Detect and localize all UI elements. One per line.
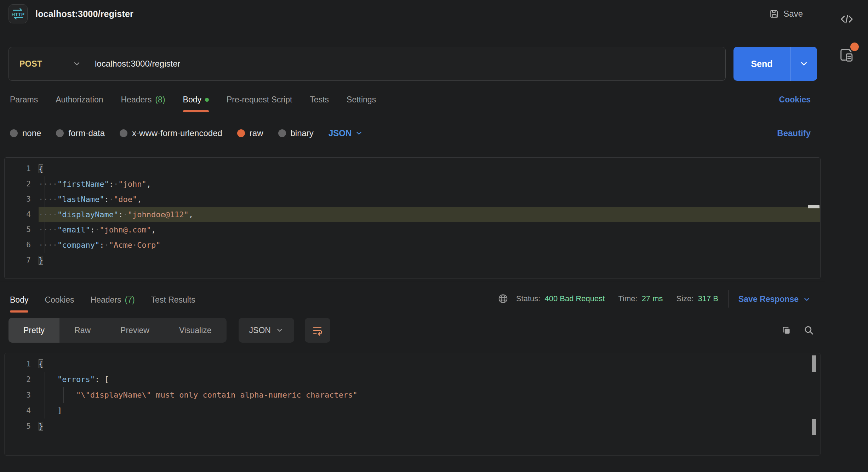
beautify-link[interactable]: Beautify [777,128,811,138]
code-lines: 1{2····"firstName":·"john",3····"lastNam… [5,161,820,268]
tab-pre-request-script[interactable]: Pre-request Script [227,95,292,112]
line-content: "\"displayName\" must only contain alpha… [39,387,820,403]
code-snippet-button[interactable] [837,9,857,29]
tab-authorization[interactable]: Authorization [56,95,103,112]
response-header: Body Cookies Headers(7) Test Results Sta [0,281,825,313]
radio-icon [10,129,18,137]
code-line[interactable]: 1{ [5,161,820,176]
right-sidebar [825,0,868,472]
code-line[interactable]: 5} [5,418,820,434]
request-editor[interactable]: 1{2····"firstName":·"john",3····"lastNam… [4,157,821,279]
tab-settings[interactable]: Settings [347,95,376,112]
line-content: ····"displayName":·"johndoe@112", [39,207,820,222]
code-line[interactable]: 1{ [5,356,820,372]
method-select[interactable]: POST [9,59,84,69]
indent-guide [63,387,64,403]
radio-raw[interactable]: raw [237,128,263,138]
floppy-disk-icon [769,9,779,19]
chevron-down-icon [799,59,809,68]
line-number: 3 [5,192,39,207]
status-value: 400 Bad Request [544,294,605,303]
chevron-down-icon [73,60,81,68]
code-line[interactable]: 3····"lastName":·"doe", [5,192,820,207]
response-editor[interactable]: 1{2 "errors": [3 "\"displayName\" must o… [4,353,821,456]
code-line[interactable]: 2····"firstName":·"john", [5,176,820,192]
line-number: 2 [5,372,39,387]
code-line[interactable]: 5····"email":·"john@.com", [5,222,820,237]
view-pretty[interactable]: Pretty [8,318,59,343]
radio-none[interactable]: none [10,128,41,138]
line-content: "errors": [ [39,372,820,387]
code-brackets-icon [840,12,854,26]
chevron-down-icon [355,129,363,137]
response-tab-cookies[interactable]: Cookies [45,295,74,313]
raw-format-select[interactable]: JSON [329,128,363,138]
tab-tests[interactable]: Tests [310,95,329,112]
response-tab-test-results[interactable]: Test Results [151,295,195,313]
main-column: HTTP localhost:3000/register Save [0,0,825,472]
response-tabs: Body Cookies Headers(7) Test Results [10,295,195,313]
indent-guide [45,372,45,418]
scrollbar-mark[interactable] [812,355,816,372]
method-url-box: POST localhost:3000/register [8,47,726,81]
code-line[interactable]: 6····"company":·"Acme·Corp" [5,237,820,253]
tab-body[interactable]: Body [183,95,209,112]
view-visualize[interactable]: Visualize [164,318,227,343]
indent-guide [45,176,45,253]
cookies-link[interactable]: Cookies [779,95,811,105]
code-line[interactable]: 7} [5,253,820,268]
line-number: 5 [5,222,39,237]
response-toolbar: Pretty Raw Preview Visualize JSON [0,318,825,343]
radio-x-www-form-urlencoded[interactable]: x-www-form-urlencoded [120,128,222,138]
documentation-button[interactable] [837,45,857,65]
size-label: Size: [676,294,694,303]
send-split-button: Send [733,47,817,81]
raw-format-label: JSON [329,128,352,138]
line-content: { [39,161,820,176]
line-content: } [39,253,820,268]
http-request-badge: HTTP [8,4,28,23]
line-number: 6 [5,237,39,253]
status-label: Status: [516,294,540,303]
copy-icon[interactable] [781,325,792,336]
code-line[interactable]: 4 ] [5,403,820,418]
line-content: ····"lastName":·"doe", [39,192,820,207]
globe-icon [498,293,508,304]
text-wrap-icon [312,324,324,336]
save-button[interactable]: Save [769,9,803,19]
notification-dot [850,43,859,51]
url-input[interactable]: localhost:3000/register [95,59,180,69]
line-content: { [39,356,820,372]
line-number: 7 [5,253,39,268]
radio-form-data[interactable]: form-data [56,128,105,138]
view-preview[interactable]: Preview [105,318,164,343]
view-raw[interactable]: Raw [59,318,105,343]
scrollbar-mark[interactable] [812,419,816,435]
code-line[interactable]: 3 "\"displayName\" must only contain alp… [5,387,820,403]
radio-icon [56,129,64,137]
send-button[interactable]: Send [733,47,790,81]
send-options-button[interactable] [790,47,817,81]
tab-params[interactable]: Params [10,95,38,112]
line-number: 1 [5,356,39,372]
tab-headers[interactable]: Headers(8) [121,95,165,112]
line-content: ····"email":·"john@.com", [39,222,820,237]
radio-binary[interactable]: binary [278,128,314,138]
response-headers-count: (7) [125,295,135,305]
chevron-down-icon [276,326,284,334]
response-section: Body Cookies Headers(7) Test Results Sta [0,281,825,456]
response-tab-headers[interactable]: Headers(7) [91,295,135,313]
page-title: localhost:3000/register [35,9,133,19]
response-tab-body[interactable]: Body [10,295,28,313]
scrollbar-thumb[interactable] [808,205,820,208]
headers-count: (8) [155,95,165,105]
line-number: 1 [5,161,39,176]
response-tools [781,325,814,336]
response-format-select[interactable]: JSON [239,318,294,343]
code-line[interactable]: 4····"displayName":·"johndoe@112", [5,207,820,222]
search-icon[interactable] [804,325,814,336]
save-response-button[interactable]: Save Response [738,294,811,313]
wrap-text-button[interactable] [305,318,330,343]
code-line[interactable]: 2 "errors": [ [5,372,820,387]
body-type-row: none form-data x-www-form-urlencoded raw… [0,123,825,143]
